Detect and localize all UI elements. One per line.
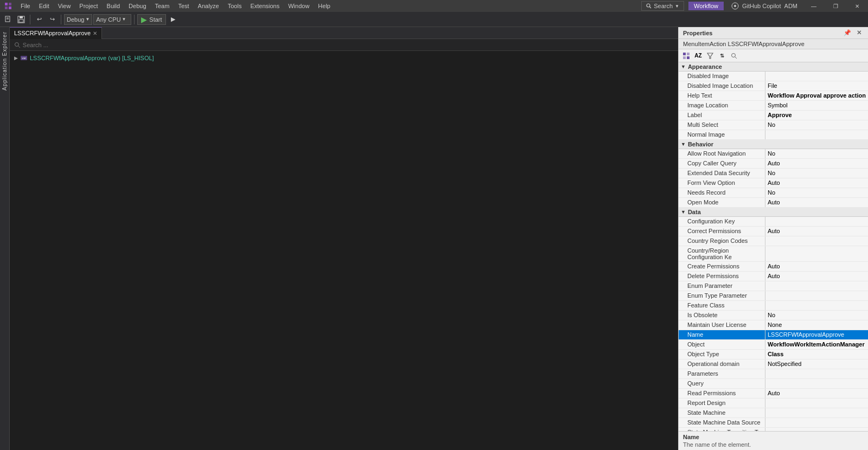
prop-row[interactable]: Extended Data SecurityNo xyxy=(679,169,868,178)
prop-row[interactable]: Disabled Image LocationFile xyxy=(679,81,868,91)
prop-row[interactable]: NameLSSCRFWfApprovalApprove xyxy=(679,330,868,340)
menu-project[interactable]: Project xyxy=(75,0,102,12)
props-filter-button[interactable] xyxy=(705,50,716,61)
prop-value-cell: Auto xyxy=(765,389,868,398)
prop-row[interactable]: Query xyxy=(679,379,868,389)
props-footer: Name The name of the element. xyxy=(679,431,868,450)
toolbar-separator-1 xyxy=(30,15,30,24)
menu-team[interactable]: Team xyxy=(151,0,174,12)
menu-help[interactable]: Help xyxy=(314,0,335,12)
prop-value-cell: WorkflowWorkItemActionManager xyxy=(765,340,868,349)
menu-analyze[interactable]: Analyze xyxy=(194,0,224,12)
prop-row[interactable]: Country Region Codes xyxy=(679,236,868,246)
prop-row[interactable]: Help TextWorkflow Approval approve actio… xyxy=(679,91,868,101)
prop-row[interactable]: Create PermissionsAuto xyxy=(679,262,868,272)
prop-row[interactable]: Needs RecordNo xyxy=(679,188,868,198)
prop-value-cell: No xyxy=(765,188,868,197)
workflow-button[interactable]: Workflow xyxy=(688,2,724,10)
prop-row[interactable]: ObjectWorkflowWorkItemActionManager xyxy=(679,340,868,350)
prop-row[interactable]: Object TypeClass xyxy=(679,350,868,359)
prop-name-cell: Query xyxy=(679,379,765,388)
prop-row[interactable]: Operational domainNotSpecified xyxy=(679,359,868,369)
tab-close-lsscr[interactable]: ✕ xyxy=(93,30,97,36)
menu-test[interactable]: Test xyxy=(174,0,193,12)
prop-name-cell: Correct Permissions xyxy=(679,227,765,236)
props-alphabetical-button[interactable]: AZ xyxy=(693,50,704,61)
menu-window[interactable]: Window xyxy=(284,0,314,12)
props-content: ▼AppearanceDisabled ImageDisabled Image … xyxy=(679,62,868,431)
prop-row[interactable]: Image LocationSymbol xyxy=(679,101,868,111)
prop-name-cell: Create Permissions xyxy=(679,262,765,271)
svg-rect-13 xyxy=(19,20,23,22)
props-categorized-button[interactable] xyxy=(681,50,692,61)
prop-row[interactable]: Country/Region Configuration Ke xyxy=(679,246,868,262)
prop-row[interactable]: State Machine xyxy=(679,408,868,418)
new-project-button[interactable] xyxy=(2,14,14,25)
prop-row[interactable]: Enum Parameter xyxy=(679,281,868,291)
prop-row[interactable]: Disabled Image xyxy=(679,72,868,81)
svg-rect-0 xyxy=(5,3,8,5)
prop-section-data[interactable]: ▼Data xyxy=(679,208,868,217)
prop-row[interactable]: Form View OptionAuto xyxy=(679,178,868,188)
close-button[interactable]: ✕ xyxy=(846,0,868,12)
editor-search-icon xyxy=(14,42,21,48)
svg-point-23 xyxy=(732,53,736,57)
prop-row[interactable]: Multi SelectNo xyxy=(679,120,868,130)
menu-extensions[interactable]: Extensions xyxy=(246,0,284,12)
section-collapse-icon: ▼ xyxy=(681,64,686,69)
props-close-button[interactable]: ✕ xyxy=(854,29,864,36)
prop-row[interactable]: Parameters xyxy=(679,369,868,379)
cpu-dropdown[interactable]: Any CPU ▼ xyxy=(93,14,131,25)
menu-debug[interactable]: Debug xyxy=(124,0,150,12)
start-button[interactable]: ▶ Start xyxy=(137,14,165,25)
prop-row[interactable]: Maintain User LicenseNone xyxy=(679,320,868,330)
github-copilot-label[interactable]: GitHub Copilot xyxy=(742,3,781,9)
prop-row[interactable]: State Machine Data Source xyxy=(679,418,868,428)
prop-row[interactable]: Configuration Key xyxy=(679,217,868,227)
undo-button[interactable]: ↩ xyxy=(33,14,45,25)
prop-row[interactable]: Open ModeAuto xyxy=(679,198,868,208)
prop-row[interactable]: LabelApprove xyxy=(679,111,868,120)
prop-name-cell: Image Location xyxy=(679,101,765,110)
editor-search-input[interactable] xyxy=(23,42,674,48)
github-area: GitHub Copilot ADM xyxy=(726,2,803,10)
prop-name-cell: Parameters xyxy=(679,369,765,378)
svg-rect-3 xyxy=(9,7,11,9)
prop-name-cell: Disabled Image Location xyxy=(679,81,765,91)
prop-value-cell xyxy=(765,236,868,246)
prop-row[interactable]: Allow Root NavigationNo xyxy=(679,149,868,159)
prop-section-appearance[interactable]: ▼Appearance xyxy=(679,62,868,72)
toolbar-separator-2 xyxy=(61,15,61,24)
run-options-button[interactable]: ▶ xyxy=(167,14,179,25)
tree-expand-icon: ▶ xyxy=(14,55,18,61)
prop-value-cell: Auto xyxy=(765,262,868,271)
redo-button[interactable]: ↪ xyxy=(46,14,58,25)
menu-view[interactable]: View xyxy=(54,0,75,12)
prop-row[interactable]: Read PermissionsAuto xyxy=(679,389,868,398)
prop-row[interactable]: Is ObsoleteNo xyxy=(679,311,868,320)
menu-build[interactable]: Build xyxy=(103,0,124,12)
menu-edit[interactable]: Edit xyxy=(35,0,54,12)
props-search-button[interactable] xyxy=(729,50,739,61)
prop-row[interactable]: Feature Class xyxy=(679,301,868,311)
prop-section-behavior[interactable]: ▼Behavior xyxy=(679,140,868,149)
search-button[interactable]: Search ▼ xyxy=(641,1,684,11)
minimize-button[interactable]: — xyxy=(803,0,825,12)
prop-row[interactable]: Copy Caller QueryAuto xyxy=(679,159,868,169)
prop-row[interactable]: Normal Image xyxy=(679,130,868,140)
prop-row[interactable]: Enum Type Parameter xyxy=(679,291,868,301)
app-explorer-label[interactable]: Application Explorer xyxy=(2,27,8,95)
debug-config-dropdown[interactable]: Debug ▼ xyxy=(64,14,92,25)
restore-button[interactable]: ❐ xyxy=(825,0,846,12)
save-button[interactable] xyxy=(15,14,27,25)
tab-lsscr[interactable]: LSSCRFWfApprovalApprove ✕ xyxy=(10,27,102,39)
menu-file[interactable]: File xyxy=(16,0,35,12)
props-sort-button[interactable]: ⇅ xyxy=(717,50,727,61)
tree-item-root[interactable]: ▶ var LSSCRFWfApprovalApprove (var) [LS_… xyxy=(10,53,678,63)
prop-name-cell: Country/Region Configuration Ke xyxy=(679,246,765,261)
prop-row[interactable]: Correct PermissionsAuto xyxy=(679,227,868,236)
menu-tools[interactable]: Tools xyxy=(224,0,246,12)
props-pin-button[interactable]: 📌 xyxy=(841,29,853,36)
prop-row[interactable]: Report Design xyxy=(679,398,868,408)
prop-row[interactable]: Delete PermissionsAuto xyxy=(679,272,868,281)
